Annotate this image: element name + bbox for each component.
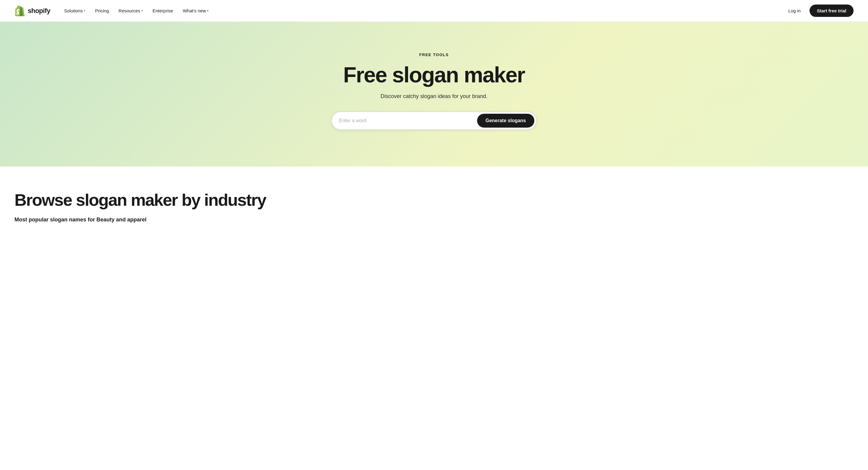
shopify-logo-icon bbox=[14, 5, 25, 16]
login-button[interactable]: Log in bbox=[784, 6, 805, 16]
generate-slogans-button[interactable]: Generate slogans bbox=[477, 114, 534, 127]
nav-solutions[interactable]: Solutions ▾ bbox=[60, 6, 90, 16]
hero-title: Free slogan maker bbox=[343, 63, 525, 87]
whats-new-chevron-icon: ▾ bbox=[207, 9, 209, 12]
solutions-chevron-icon: ▾ bbox=[84, 9, 85, 12]
hero-search-form: Generate slogans bbox=[332, 112, 536, 130]
browse-title: Browse slogan maker by industry bbox=[14, 190, 854, 209]
hero-subtitle: Discover catchy slogan ideas for your br… bbox=[380, 93, 487, 99]
nav-pricing[interactable]: Pricing bbox=[91, 6, 113, 16]
browse-section: Browse slogan maker by industry Most pop… bbox=[0, 167, 868, 235]
logo-text: shopify bbox=[28, 7, 50, 15]
slogan-search-input[interactable] bbox=[339, 118, 477, 123]
nav-actions: Log in Start free trial bbox=[784, 4, 854, 17]
nav-resources[interactable]: Resources ▾ bbox=[114, 6, 147, 16]
resources-chevron-icon: ▾ bbox=[141, 9, 143, 12]
nav-enterprise[interactable]: Enterprise bbox=[148, 6, 177, 16]
hero-eyebrow: FREE TOOLS bbox=[419, 53, 449, 57]
shopify-logo[interactable]: shopify bbox=[14, 5, 50, 16]
start-trial-button[interactable]: Start free trial bbox=[809, 4, 854, 17]
navbar: shopify Solutions ▾ Pricing Resources ▾ … bbox=[0, 0, 868, 22]
nav-whats-new[interactable]: What's new ▾ bbox=[179, 6, 213, 16]
nav-links: Solutions ▾ Pricing Resources ▾ Enterpri… bbox=[60, 6, 784, 16]
hero-section: FREE TOOLS Free slogan maker Discover ca… bbox=[0, 22, 868, 167]
browse-subtitle: Most popular slogan names for Beauty and… bbox=[14, 216, 854, 223]
